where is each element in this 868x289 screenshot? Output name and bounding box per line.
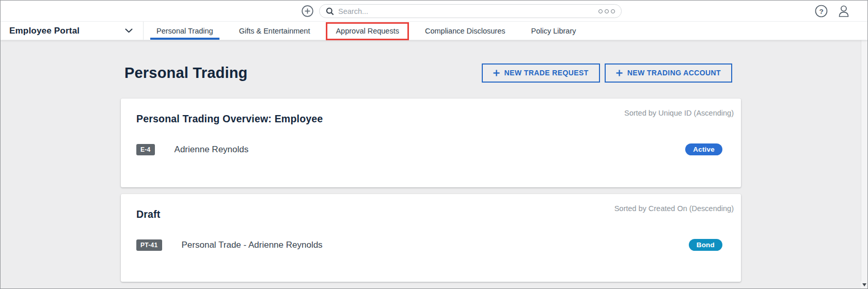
quick-add-button[interactable] — [302, 5, 313, 17]
tab-compliance-disclosures[interactable]: Compliance Disclosures — [412, 22, 518, 40]
list-item[interactable]: PT-41 Personal Trade - Adrienne Reynolds… — [136, 239, 734, 251]
tab-approval-requests[interactable]: Approval Requests — [323, 22, 412, 40]
sort-label: Sorted by Unique ID (Ascending) — [624, 109, 734, 117]
chevron-down-icon — [125, 28, 133, 33]
card-draft: Draft Sorted by Created On (Descending) … — [121, 194, 741, 282]
new-trading-account-button[interactable]: NEW TRADING ACCOUNT — [605, 63, 732, 83]
plus-circle-icon — [302, 5, 313, 17]
sort-label: Sorted by Created On (Descending) — [614, 204, 734, 213]
tab-label: Compliance Disclosures — [425, 27, 506, 35]
portal-switcher[interactable]: Employee Portal — [1, 22, 144, 40]
plus-icon — [616, 70, 623, 76]
help-circle-icon: ? — [815, 5, 828, 18]
tab-label: Policy Library — [531, 27, 576, 35]
tab-label: Personal Trading — [156, 27, 213, 35]
scrollbar-down-arrow[interactable] — [861, 281, 867, 288]
page-title: Personal Trading — [124, 65, 248, 82]
unique-id-badge: E-4 — [136, 144, 155, 155]
search-options-icon[interactable] — [598, 9, 615, 13]
portal-tabs: Personal Trading Gifts & Entertainment A… — [144, 22, 589, 40]
portal-name: Employee Portal — [9, 26, 80, 36]
unique-id-badge: PT-41 — [136, 239, 162, 251]
tab-label: Gifts & Entertainment — [239, 27, 310, 35]
svg-text:?: ? — [819, 8, 823, 15]
list-item[interactable]: E-4 Adrienne Reynolds Active — [136, 143, 734, 155]
vertical-scrollbar[interactable] — [861, 40, 867, 288]
card-title: Draft — [136, 208, 161, 220]
card-header: Personal Trading Overview: Employee Sort… — [136, 109, 734, 125]
record-name-link[interactable]: Adrienne Reynolds — [175, 145, 249, 155]
status-badge: Bond — [689, 239, 722, 251]
user-profile-button[interactable] — [837, 4, 850, 18]
help-button[interactable]: ? — [815, 5, 828, 18]
tab-label: Approval Requests — [336, 27, 399, 35]
page-actions: NEW TRADE REQUEST NEW TRADING ACCOUNT — [482, 63, 732, 83]
tab-personal-trading[interactable]: Personal Trading — [144, 22, 226, 40]
page-header: Personal Trading NEW TRADE REQUEST NEW T… — [121, 61, 740, 85]
portal-navbar: Employee Portal Personal Trading Gifts &… — [1, 22, 867, 40]
button-label: NEW TRADING ACCOUNT — [627, 69, 721, 77]
button-label: NEW TRADE REQUEST — [504, 69, 589, 77]
tab-policy-library[interactable]: Policy Library — [518, 22, 589, 40]
search-bar — [319, 4, 622, 18]
status-badge: Active — [685, 143, 722, 155]
card-personal-trading-overview: Personal Trading Overview: Employee Sort… — [121, 99, 741, 187]
search-icon — [326, 7, 334, 15]
record-name-link[interactable]: Personal Trade - Adrienne Reynolds — [182, 240, 323, 250]
user-icon — [837, 4, 850, 18]
page-content: Personal Trading NEW TRADE REQUEST NEW T… — [1, 40, 867, 288]
search-input[interactable] — [338, 7, 598, 15]
card-title: Personal Trading Overview: Employee — [136, 113, 323, 125]
new-trade-request-button[interactable]: NEW TRADE REQUEST — [482, 63, 600, 83]
plus-icon — [493, 70, 500, 76]
tab-gifts-entertainment[interactable]: Gifts & Entertainment — [226, 22, 323, 40]
card-header: Draft Sorted by Created On (Descending) — [136, 204, 734, 220]
down-triangle-icon — [862, 283, 866, 286]
top-bar: ? — [1, 1, 867, 22]
